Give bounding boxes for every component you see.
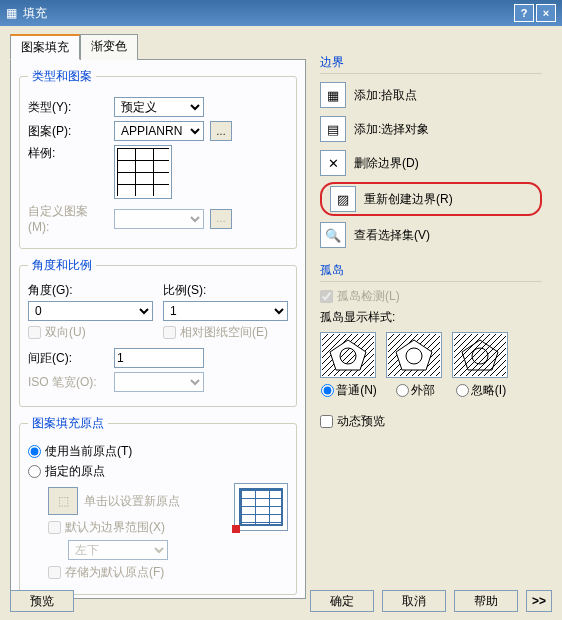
bidir-checkbox <box>28 326 41 339</box>
view-selection-button[interactable]: 🔍查看选择集(V) <box>320 220 542 250</box>
preview-button[interactable]: 预览 <box>10 590 74 612</box>
tab-gradient[interactable]: 渐变色 <box>80 34 138 60</box>
svg-point-8 <box>472 348 488 364</box>
origin-specified-label: 指定的原点 <box>45 463 105 480</box>
island-detect-checkbox <box>320 290 333 303</box>
window-title: 填充 <box>23 5 47 22</box>
pattern-label: 图案(P): <box>28 123 108 140</box>
select-obj-icon: ▤ <box>320 116 346 142</box>
tab-body: 类型和图案 类型(Y): 预定义 图案(P): APPIANRN … 样例: 自… <box>10 59 306 599</box>
group-origin: 图案填充原点 使用当前原点(T) 指定的原点 ⬚单击以设置新原点 默认为边界范围… <box>19 415 297 595</box>
set-origin-button: ⬚ <box>48 487 78 515</box>
view-sel-icon: 🔍 <box>320 222 346 248</box>
ok-button[interactable]: 确定 <box>310 590 374 612</box>
island-ignore-radio[interactable] <box>456 384 469 397</box>
island-style-row: 普通(N) 外部 忽略(I) <box>320 332 542 399</box>
add-pick-points-button[interactable]: ▦添加:拾取点 <box>320 80 542 110</box>
origin-current-label: 使用当前原点(T) <box>45 443 132 460</box>
right-panel: 边界 ▦添加:拾取点 ▤添加:选择对象 ✕删除边界(D) ▨重新创建边界(R) … <box>320 34 542 599</box>
footer: 预览 确定 取消 帮助 >> <box>10 590 552 612</box>
origin-current-radio[interactable] <box>28 445 41 458</box>
dynamic-preview-label: 动态预览 <box>337 413 385 430</box>
default-extent-checkbox <box>48 521 61 534</box>
cancel-button[interactable]: 取消 <box>382 590 446 612</box>
origin-position-select: 左下 <box>68 540 168 560</box>
app-icon: ▦ <box>6 6 17 20</box>
island-outer-img[interactable] <box>386 332 442 378</box>
custom-pattern-select <box>114 209 204 229</box>
sample-swatch[interactable] <box>114 145 172 199</box>
tab-hatch[interactable]: 图案填充 <box>10 34 80 60</box>
custom-pattern-browse-button: … <box>210 209 232 229</box>
island-normal-radio[interactable] <box>321 384 334 397</box>
svg-point-2 <box>340 348 356 364</box>
help-button[interactable]: 帮助 <box>454 590 518 612</box>
delete-icon: ✕ <box>320 150 346 176</box>
default-extent-label: 默认为边界范围(X) <box>65 519 165 536</box>
legend-origin: 图案填充原点 <box>28 415 108 432</box>
paperspace-checkbox <box>163 326 176 339</box>
angle-select[interactable]: 0 <box>28 301 153 321</box>
pattern-browse-button[interactable]: … <box>210 121 232 141</box>
pick-points-icon: ▦ <box>320 82 346 108</box>
island-outer-radio[interactable] <box>396 384 409 397</box>
spacing-input[interactable] <box>114 348 204 368</box>
type-label: 类型(Y): <box>28 99 108 116</box>
add-select-objects-button[interactable]: ▤添加:选择对象 <box>320 114 542 144</box>
tab-strip: 图案填充 渐变色 <box>10 34 306 60</box>
angle-label: 角度(G): <box>28 282 153 299</box>
islands-title: 孤岛 <box>320 262 542 282</box>
set-origin-label: 单击以设置新原点 <box>84 493 180 510</box>
spacing-label: 间距(C): <box>28 350 108 367</box>
legend-angle-scale: 角度和比例 <box>28 257 96 274</box>
group-angle-scale: 角度和比例 角度(G): 0 双向(U) 比例(S): 1 相对图纸空间(E) … <box>19 257 297 407</box>
help-icon[interactable]: ? <box>514 4 534 22</box>
boundary-title: 边界 <box>320 54 542 74</box>
paperspace-label: 相对图纸空间(E) <box>180 324 268 341</box>
island-ignore-img[interactable] <box>452 332 508 378</box>
store-default-checkbox <box>48 566 61 579</box>
custom-pattern-label: 自定义图案(M): <box>28 203 108 234</box>
legend-type-pattern: 类型和图案 <box>28 68 96 85</box>
origin-preview <box>234 483 288 531</box>
recreate-icon: ▨ <box>330 186 356 212</box>
scale-label: 比例(S): <box>163 282 288 299</box>
titlebar: ▦ 填充 ? × <box>0 0 562 26</box>
close-icon[interactable]: × <box>536 4 556 22</box>
iso-select <box>114 372 204 392</box>
pattern-select[interactable]: APPIANRN <box>114 121 204 141</box>
bidir-label: 双向(U) <box>45 324 86 341</box>
island-display-label: 孤岛显示样式: <box>320 309 542 326</box>
origin-specified-radio[interactable] <box>28 465 41 478</box>
type-select[interactable]: 预定义 <box>114 97 204 117</box>
group-type-pattern: 类型和图案 类型(Y): 预定义 图案(P): APPIANRN … 样例: 自… <box>19 68 297 249</box>
svg-point-5 <box>406 348 422 364</box>
scale-select[interactable]: 1 <box>163 301 288 321</box>
dynamic-preview-checkbox[interactable] <box>320 415 333 428</box>
recreate-boundary-button[interactable]: ▨重新创建边界(R) <box>320 182 542 216</box>
expand-button[interactable]: >> <box>526 590 552 612</box>
iso-label: ISO 笔宽(O): <box>28 374 108 391</box>
sample-label: 样例: <box>28 145 108 162</box>
left-panel: 图案填充 渐变色 类型和图案 类型(Y): 预定义 图案(P): APPIANR… <box>10 34 306 599</box>
island-normal-img[interactable] <box>320 332 376 378</box>
island-detect-label: 孤岛检测(L) <box>337 288 400 305</box>
store-default-label: 存储为默认原点(F) <box>65 564 164 581</box>
delete-boundary-button[interactable]: ✕删除边界(D) <box>320 148 542 178</box>
